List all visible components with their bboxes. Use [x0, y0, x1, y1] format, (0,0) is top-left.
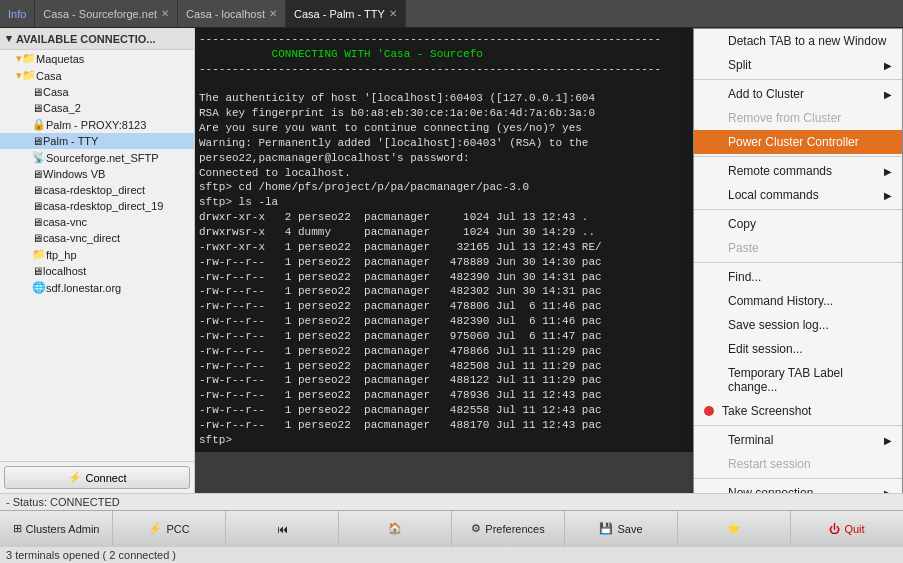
- context-menu-item-power-cluster[interactable]: Power Cluster Controller: [694, 130, 902, 154]
- first-button[interactable]: ⏮: [226, 511, 339, 546]
- main-area: ▾ AVAILABLE CONNECTIO... ▾📁 Maquetas ▾📁 …: [0, 28, 903, 493]
- context-menu-separator: [694, 262, 902, 263]
- context-menu-item-split[interactable]: Split▶: [694, 53, 902, 77]
- menu-item-label: Save session log...: [728, 318, 829, 332]
- submenu-arrow-icon: ▶: [884, 435, 892, 446]
- home-button[interactable]: 🏠: [339, 511, 452, 546]
- footer-info: 3 terminals opened ( 2 connected ): [0, 546, 903, 563]
- preferences-icon: ⚙: [471, 522, 481, 535]
- sidebar-item-casa2[interactable]: 🖥 Casa_2: [0, 100, 194, 116]
- context-menu-item-edit-session[interactable]: Edit session...: [694, 337, 902, 361]
- quit-button[interactable]: ⏻ Quit: [791, 511, 903, 546]
- menu-item-label: Restart session: [728, 457, 811, 471]
- context-menu-separator: [694, 209, 902, 210]
- sidebar-item-casa[interactable]: 🖥 Casa: [0, 84, 194, 100]
- sidebar-item-label: Casa: [43, 86, 69, 98]
- menu-item-label: Take Screenshot: [722, 404, 811, 418]
- bottom-toolbar: ⊞ Clusters Admin ⚡ PCC ⏮ 🏠 ⚙ Preferences…: [0, 510, 903, 546]
- context-menu-item-cmd-history[interactable]: Command History...: [694, 289, 902, 313]
- sidebar-tree: ▾📁 Maquetas ▾📁 Casa 🖥 Casa 🖥 Casa_2 🔒 Pa…: [0, 50, 194, 461]
- tab-sourceforge-close[interactable]: ✕: [161, 8, 169, 19]
- connection-icon: 🖥: [32, 184, 43, 196]
- context-menu-item-save-session[interactable]: Save session log...: [694, 313, 902, 337]
- context-menu-item-detach[interactable]: Detach TAB to a new Window: [694, 29, 902, 53]
- sidebar-item-sourceforge[interactable]: 📡 Sourceforge.net_SFTP: [0, 149, 194, 166]
- red-dot-icon: [704, 406, 714, 416]
- context-menu-item-local-commands[interactable]: Local commands▶: [694, 183, 902, 207]
- quit-label: Quit: [844, 523, 864, 535]
- tab-palm-tty-close[interactable]: ✕: [389, 8, 397, 19]
- context-menu-item-remote-commands[interactable]: Remote commands▶: [694, 159, 902, 183]
- submenu-arrow-icon: ▶: [884, 166, 892, 177]
- sidebar-item-label: casa-vnc: [43, 216, 87, 228]
- context-menu-item-paste: Paste: [694, 236, 902, 260]
- save-button[interactable]: 💾 Save: [565, 511, 678, 546]
- connect-label: Connect: [86, 472, 127, 484]
- context-menu-item-new-conn[interactable]: New connection▶: [694, 481, 902, 493]
- tab-localhost-label: Casa - localhost: [186, 8, 265, 20]
- context-menu-item-screenshot[interactable]: Take Screenshot: [694, 399, 902, 423]
- sidebar-item-palm-proxy[interactable]: 🔒 Palm - PROXY:8123: [0, 116, 194, 133]
- sidebar-item-localhost[interactable]: 🖥 localhost: [0, 263, 194, 279]
- clusters-icon: ⊞: [13, 522, 22, 535]
- tab-localhost-close[interactable]: ✕: [269, 8, 277, 19]
- sidebar-item-label: Sourceforge.net_SFTP: [46, 152, 159, 164]
- connect-icon: ⚡: [68, 471, 82, 484]
- context-menu-item-restart: Restart session: [694, 452, 902, 476]
- context-menu-item-find[interactable]: Find...: [694, 265, 902, 289]
- sidebar-item-sdf[interactable]: 🌐 sdf.lonestar.org: [0, 279, 194, 296]
- menu-item-label: Copy: [728, 217, 756, 231]
- menu-item-label: Power Cluster Controller: [728, 135, 859, 149]
- sidebar-item-ftp-hp[interactable]: 📁 ftp_hp: [0, 246, 194, 263]
- sidebar-item-casa-vnc[interactable]: 🖥 casa-vnc: [0, 214, 194, 230]
- sidebar-item-label: Casa: [36, 70, 62, 82]
- menu-item-label: Local commands: [728, 188, 819, 202]
- connection-icon: 🖥: [32, 135, 43, 147]
- sidebar-expand-icon[interactable]: ▾: [6, 32, 12, 45]
- sidebar-item-rdesktop[interactable]: 🖥 casa-rdesktop_direct: [0, 182, 194, 198]
- sidebar-item-label: casa-rdesktop_direct: [43, 184, 145, 196]
- pcc-button[interactable]: ⚡ PCC: [113, 511, 226, 546]
- quit-icon: ⏻: [829, 523, 840, 535]
- connect-button[interactable]: ⚡ Connect: [4, 466, 190, 489]
- star-button[interactable]: ⭐: [678, 511, 791, 546]
- menu-item-label: Add to Cluster: [728, 87, 804, 101]
- preferences-button[interactable]: ⚙ Preferences: [452, 511, 565, 546]
- tab-sourceforge[interactable]: Casa - Sourceforge.net ✕: [35, 0, 178, 27]
- sidebar-item-rdesktop19[interactable]: 🖥 casa-rdesktop_direct_19: [0, 198, 194, 214]
- context-menu-item-temp-label[interactable]: Temporary TAB Label change...: [694, 361, 902, 399]
- tab-palm-tty[interactable]: Casa - Palm - TTY ✕: [286, 0, 406, 27]
- connection-icon: 🖥: [32, 200, 43, 212]
- context-menu-separator: [694, 478, 902, 479]
- home-icon: 🏠: [388, 522, 402, 535]
- star-icon: ⭐: [727, 522, 741, 535]
- sidebar-item-label: Maquetas: [36, 53, 84, 65]
- context-menu-item-terminal[interactable]: Terminal▶: [694, 428, 902, 452]
- sidebar-item-label: Palm - PROXY:8123: [46, 119, 146, 131]
- connection-icon: 🔒: [32, 118, 46, 131]
- save-label: Save: [617, 523, 642, 535]
- tab-info[interactable]: Info: [0, 0, 35, 27]
- menu-item-label: Temporary TAB Label change...: [728, 366, 892, 394]
- sidebar-item-label: Palm - TTY: [43, 135, 98, 147]
- sidebar-item-maquetas[interactable]: ▾📁 Maquetas: [0, 50, 194, 67]
- status-text: - Status: CONNECTED: [6, 496, 120, 508]
- sidebar-item-label: localhost: [43, 265, 86, 277]
- tab-localhost[interactable]: Casa - localhost ✕: [178, 0, 286, 27]
- sidebar-item-windows-vb[interactable]: 🖥 Windows VB: [0, 166, 194, 182]
- sidebar-item-palm-tty[interactable]: 🖥 Palm - TTY: [0, 133, 194, 149]
- sidebar-item-casa-group[interactable]: ▾📁 Casa: [0, 67, 194, 84]
- menu-item-label: Find...: [728, 270, 761, 284]
- tab-bar: Info Casa - Sourceforge.net ✕ Casa - loc…: [0, 0, 903, 28]
- pcc-label: PCC: [166, 523, 189, 535]
- footer-text: 3 terminals opened ( 2 connected ): [6, 549, 176, 561]
- sidebar: ▾ AVAILABLE CONNECTIO... ▾📁 Maquetas ▾📁 …: [0, 28, 195, 493]
- clusters-admin-button[interactable]: ⊞ Clusters Admin: [0, 511, 113, 546]
- context-menu-item-copy[interactable]: Copy: [694, 212, 902, 236]
- tab-info-label: Info: [8, 8, 26, 20]
- context-menu: Detach TAB to a new WindowSplit▶Add to C…: [693, 28, 903, 493]
- first-icon: ⏮: [277, 523, 288, 535]
- connection-icon: 📁: [32, 248, 46, 261]
- sidebar-item-casa-vnc-direct[interactable]: 🖥 casa-vnc_direct: [0, 230, 194, 246]
- context-menu-item-add-cluster[interactable]: Add to Cluster▶: [694, 82, 902, 106]
